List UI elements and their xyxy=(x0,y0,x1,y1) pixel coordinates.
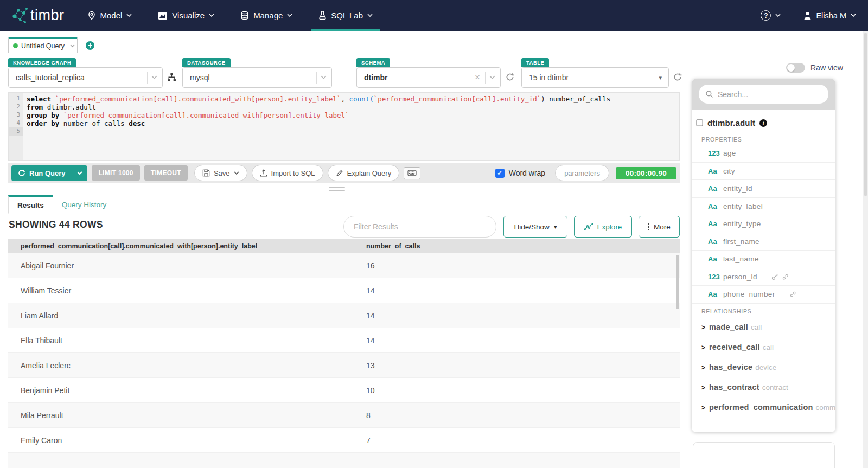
chevron-down-icon xyxy=(851,14,856,17)
code-line[interactable]: order by number_of_calls desc xyxy=(27,119,679,127)
nav-model[interactable]: Model xyxy=(74,0,145,31)
pen-icon xyxy=(336,169,343,177)
schema-select[interactable]: dtimbr × xyxy=(356,67,501,88)
editor-gutter: 12345 xyxy=(9,93,23,160)
cell-number-of-calls: 13 xyxy=(359,353,680,377)
explore-button[interactable]: Explore xyxy=(574,216,632,238)
import-to-sql-button[interactable]: Import to SQL xyxy=(252,165,323,181)
property-type-badge: Aa xyxy=(708,238,723,246)
code-line[interactable]: select `performed_communication[call].co… xyxy=(27,95,679,103)
keyboard-shortcuts-button[interactable] xyxy=(404,167,420,179)
knowledge-graph-select[interactable]: calls_tutorial_replica xyxy=(8,67,163,88)
cell-number-of-calls: 10 xyxy=(359,378,680,402)
tab-results[interactable]: Results xyxy=(8,195,53,214)
code-line[interactable]: group by `performed_communication[call].… xyxy=(27,111,679,119)
sidebar-search-input[interactable] xyxy=(718,90,822,99)
query-timer-badge: 00:00:00.90 xyxy=(616,167,676,179)
code-token: count( xyxy=(349,95,374,103)
nav-manage[interactable]: Manage xyxy=(227,0,305,31)
page-scrollbar[interactable] xyxy=(863,31,868,468)
table-row[interactable]: Liam Allard14 xyxy=(8,303,680,328)
more-button[interactable]: More xyxy=(639,216,680,238)
ontology-tree-icon[interactable] xyxy=(167,73,176,82)
code-line[interactable] xyxy=(27,127,679,136)
table-select[interactable]: 15 in dtimbr ▾ xyxy=(521,67,669,88)
chevron-down-icon[interactable] xyxy=(70,44,75,48)
sql-editor[interactable]: 12345 select `performed_communication[ca… xyxy=(8,92,680,161)
column-header-entity-label[interactable]: performed_communication[call].communicat… xyxy=(8,242,359,250)
word-wrap-checkbox[interactable]: ✓ xyxy=(495,169,505,178)
info-icon[interactable]: i xyxy=(760,119,767,127)
table-row[interactable]: Amelia Leclerc13 xyxy=(8,353,680,378)
table-node-header[interactable]: dtimbr.adult i xyxy=(692,110,835,132)
filter-results-input[interactable] xyxy=(343,216,496,238)
property-row[interactable]: Aaentity_type xyxy=(692,215,835,233)
link-icon xyxy=(782,273,789,280)
timbr-logo[interactable]: timbr xyxy=(0,0,74,31)
property-name: person_id xyxy=(723,273,757,281)
property-name: entity_label xyxy=(723,202,763,210)
run-query-button[interactable]: Run Query xyxy=(11,165,87,181)
cell-entity-label: Emily Caron xyxy=(8,436,359,445)
table-scrollbar[interactable] xyxy=(676,255,679,309)
property-row[interactable]: 123age xyxy=(692,145,835,163)
table-row[interactable]: William Tessier14 xyxy=(8,278,680,303)
datasource-select[interactable]: mysql xyxy=(182,67,332,88)
run-query-dropdown[interactable] xyxy=(72,165,87,181)
relationship-row[interactable]: >made_callcall xyxy=(692,317,835,337)
clear-x-icon[interactable]: × xyxy=(474,72,481,83)
limit-button[interactable]: LIMIT 1000 xyxy=(92,165,139,181)
property-icons xyxy=(771,273,789,280)
table-row[interactable]: Mila Perrault8 xyxy=(8,403,680,428)
explore-graph-icon xyxy=(584,223,593,230)
relationship-row[interactable]: >performed_communicationcommunication xyxy=(692,397,835,417)
property-type-badge: 123 xyxy=(708,149,723,157)
refresh-schema-icon[interactable] xyxy=(506,73,514,81)
timbr-logo-icon xyxy=(11,5,29,26)
relationship-row[interactable]: >has_devicedevice xyxy=(692,357,835,377)
collapse-minus-square-icon[interactable] xyxy=(696,119,703,126)
property-row[interactable]: Aaentity_id xyxy=(692,180,835,198)
raw-view-toggle[interactable] xyxy=(786,63,805,73)
property-row[interactable]: Aalast_name xyxy=(692,251,835,268)
table-row[interactable]: Abigail Fournier16 xyxy=(8,253,680,278)
table-row[interactable]: Benjamin Petit10 xyxy=(8,378,680,403)
explain-query-button[interactable]: Explain Query xyxy=(328,165,400,181)
code-token: dtimbr.adult xyxy=(47,103,96,111)
table-row[interactable]: Emily Caron7 xyxy=(8,428,680,453)
tab-query-history[interactable]: Query History xyxy=(53,195,116,214)
next-schema-card-partial xyxy=(693,442,835,468)
help-menu[interactable]: ? xyxy=(757,10,784,21)
page-scrollbar-thumb[interactable] xyxy=(864,33,867,196)
nav-sql-lab[interactable]: SQL Lab xyxy=(305,0,386,31)
property-icons xyxy=(789,291,796,298)
timeout-button[interactable]: TIMEOUT xyxy=(144,165,188,181)
relationship-row[interactable]: >has_contractcontract xyxy=(692,377,835,397)
chevron-down-icon[interactable] xyxy=(151,75,162,80)
column-header-number-of-calls[interactable]: number_of_calls xyxy=(359,239,680,253)
property-row[interactable]: Aaphone_number xyxy=(692,286,835,304)
schema-badge: SCHEMA xyxy=(356,58,390,67)
new-tab-plus-icon[interactable] xyxy=(86,41,94,50)
resize-handle[interactable] xyxy=(329,187,345,193)
save-button[interactable]: Save xyxy=(194,165,247,181)
refresh-table-icon[interactable] xyxy=(673,73,682,81)
hide-show-button[interactable]: Hide/Show ▾ xyxy=(503,216,567,238)
query-tab[interactable]: Untitled Query xyxy=(8,37,78,53)
nav-visualize[interactable]: Visualize xyxy=(145,0,227,31)
table-row[interactable]: Ella Thibault14 xyxy=(8,328,680,353)
property-type-badge: 123 xyxy=(708,273,723,281)
relationship-name: made_call xyxy=(709,323,748,331)
property-row[interactable]: Aacity xyxy=(692,163,835,181)
chevron-down-icon[interactable] xyxy=(321,75,331,80)
editor-code[interactable]: select `performed_communication[call].co… xyxy=(23,93,679,160)
property-row[interactable]: Aaentity_label xyxy=(692,198,835,216)
relationship-row[interactable]: >received_callcall xyxy=(692,337,835,357)
property-row[interactable]: 123person_id xyxy=(692,268,835,286)
code-line[interactable]: from dtimbr.adult xyxy=(27,103,679,111)
user-menu[interactable]: Elisha M xyxy=(789,11,856,20)
parameters-button[interactable]: parameters xyxy=(555,165,609,181)
relationship-target: call xyxy=(763,343,774,351)
property-row[interactable]: Aafirst_name xyxy=(692,233,835,251)
chevron-down-icon[interactable] xyxy=(489,75,500,80)
